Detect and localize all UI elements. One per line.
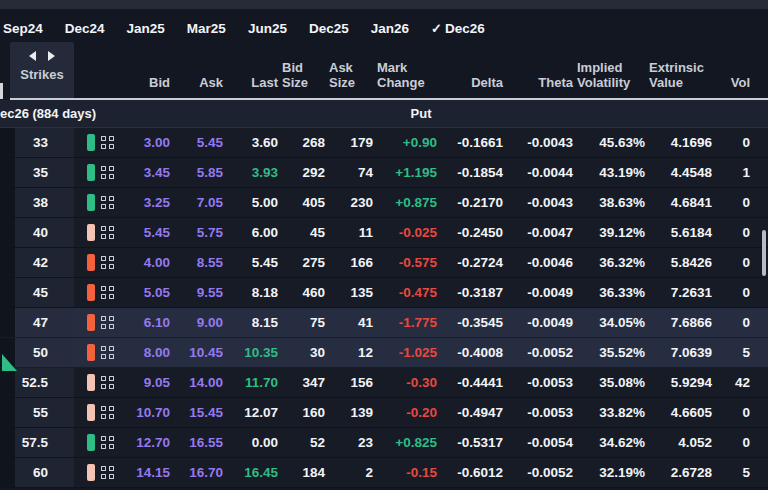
strike-cell[interactable]: 50 <box>15 338 74 367</box>
chevron-right-icon[interactable] <box>48 51 55 61</box>
strike-cell[interactable]: 33 <box>15 128 74 157</box>
bid-cell[interactable]: 8.00 <box>130 338 174 367</box>
ask-size-cell: 2 <box>329 458 377 487</box>
strike-cell[interactable]: 47 <box>15 308 74 337</box>
grid-icon[interactable] <box>101 286 114 299</box>
ask-cell[interactable]: 9.55 <box>174 278 227 307</box>
grid-icon[interactable] <box>101 256 114 269</box>
ask-cell[interactable]: 14.00 <box>174 368 227 397</box>
grid-icon[interactable] <box>101 406 114 419</box>
tab-sep24[interactable]: Sep24 <box>3 21 43 36</box>
grid-icon[interactable] <box>101 136 114 149</box>
tab-dec25[interactable]: Dec25 <box>309 21 349 36</box>
ask-cell[interactable]: 5.45 <box>174 128 227 157</box>
option-row-52.5[interactable]: 52.59.0514.0011.70347156-0.30-0.4441-0.0… <box>0 368 768 398</box>
tab-dec24[interactable]: Dec24 <box>65 21 105 36</box>
grid-icon[interactable] <box>101 376 114 389</box>
bid-cell[interactable]: 3.45 <box>130 158 174 187</box>
column-header-label: Theta <box>538 76 573 91</box>
option-row-40[interactable]: 405.455.756.004511-0.025-0.2450-0.004739… <box>0 218 768 248</box>
bid-cell[interactable]: 9.05 <box>130 368 174 397</box>
strikes-pager <box>29 51 55 61</box>
tab-jan26[interactable]: Jan26 <box>371 21 409 36</box>
vol-cell: 0 <box>716 188 754 217</box>
grid-icon[interactable] <box>101 226 114 239</box>
ask-cell[interactable]: 8.55 <box>174 248 227 277</box>
last-cell[interactable]: 8.15 <box>227 308 282 337</box>
mark-change-cell: -0.20 <box>377 398 441 427</box>
option-row-57.5[interactable]: 57.512.7016.550.005223+0.825-0.5317-0.00… <box>0 428 768 458</box>
option-row-38[interactable]: 383.257.055.00405230+0.875-0.2170-0.0043… <box>0 188 768 218</box>
bid-cell[interactable]: 5.05 <box>130 278 174 307</box>
bid-cell[interactable]: 3.25 <box>130 188 174 217</box>
row-gutter <box>0 368 15 397</box>
tab-jan25[interactable]: Jan25 <box>127 21 165 36</box>
last-cell[interactable]: 5.45 <box>227 248 282 277</box>
last-cell[interactable]: 11.70 <box>227 368 282 397</box>
expiry-section-band[interactable]: ec26 (884 days) Put <box>0 100 768 128</box>
bid-cell[interactable]: 6.10 <box>130 308 174 337</box>
last-cell[interactable]: 5.00 <box>227 188 282 217</box>
extrinsic-value-cell: 7.0639 <box>649 338 716 367</box>
option-row-50[interactable]: 508.0010.4510.353012-1.025-0.4008-0.0052… <box>0 338 768 368</box>
strike-cell[interactable]: 55 <box>15 398 74 427</box>
ask-cell[interactable]: 10.45 <box>174 338 227 367</box>
grid-icon[interactable] <box>101 436 114 449</box>
strike-cell[interactable]: 38 <box>15 188 74 217</box>
strike-cell[interactable]: 40 <box>15 218 74 247</box>
vol-cell: 0 <box>716 398 754 427</box>
strike-cell[interactable]: 45 <box>15 278 74 307</box>
grid-icon[interactable] <box>101 346 114 359</box>
tab-mar25[interactable]: Mar25 <box>187 21 226 36</box>
option-row-47[interactable]: 476.109.008.157541-1.775-0.3545-0.004934… <box>0 308 768 338</box>
last-cell[interactable]: 12.07 <box>227 398 282 427</box>
ask-cell[interactable]: 15.45 <box>174 398 227 427</box>
grid-icon[interactable] <box>101 466 114 479</box>
bid-cell[interactable]: 12.70 <box>130 428 174 457</box>
chevron-left-icon[interactable] <box>29 51 36 61</box>
tab-jun25[interactable]: Jun25 <box>248 21 287 36</box>
last-cell[interactable]: 6.00 <box>227 218 282 247</box>
tab-dec26[interactable]: ✓Dec26 <box>431 21 485 36</box>
bid-cell[interactable]: 3.00 <box>130 128 174 157</box>
bar-indicator-icon <box>87 464 95 481</box>
last-cell[interactable]: 0.00 <box>227 428 282 457</box>
last-cell[interactable]: 16.45 <box>227 458 282 487</box>
option-row-33[interactable]: 333.005.453.60268179+0.90-0.1661-0.00434… <box>0 128 768 158</box>
last-cell[interactable]: 3.60 <box>227 128 282 157</box>
last-cell[interactable]: 3.93 <box>227 158 282 187</box>
grid-icon[interactable] <box>101 166 114 179</box>
option-row-35[interactable]: 353.455.853.9329274+1.195-0.1854-0.00444… <box>0 158 768 188</box>
theta-cell: -0.0043 <box>507 188 577 217</box>
extrinsic-value-cell: 4.1696 <box>649 128 716 157</box>
strike-cell[interactable]: 52.5 <box>15 368 74 397</box>
strike-cell[interactable]: 35 <box>15 158 74 187</box>
last-cell[interactable]: 10.35 <box>227 338 282 367</box>
ask-cell[interactable]: 5.85 <box>174 158 227 187</box>
grid-icon[interactable] <box>101 196 114 209</box>
extrinsic-value-cell: 7.2631 <box>649 278 716 307</box>
bid-cell[interactable]: 4.00 <box>130 248 174 277</box>
option-row-55[interactable]: 5510.7015.4512.07160139-0.20-0.4947-0.00… <box>0 398 768 428</box>
option-row-45[interactable]: 455.059.558.18460135-0.475-0.3187-0.0049… <box>0 278 768 308</box>
option-row-42[interactable]: 424.008.555.45275166-0.575-0.2724-0.0046… <box>0 248 768 278</box>
last-cell[interactable]: 8.18 <box>227 278 282 307</box>
grid-icon[interactable] <box>101 316 114 329</box>
strike-cell[interactable]: 57.5 <box>15 428 74 457</box>
row-icons <box>74 398 130 427</box>
ask-cell[interactable]: 16.70 <box>174 458 227 487</box>
bid-cell[interactable]: 10.70 <box>130 398 174 427</box>
vertical-scrollbar-thumb[interactable] <box>762 230 766 276</box>
bid-cell[interactable]: 5.45 <box>130 218 174 247</box>
ask-cell[interactable]: 16.55 <box>174 428 227 457</box>
ask-cell[interactable]: 5.75 <box>174 218 227 247</box>
option-row-60[interactable]: 6014.1516.7016.451842-0.15-0.6012-0.0052… <box>0 458 768 488</box>
theta-cell: -0.0049 <box>507 308 577 337</box>
ask-cell[interactable]: 7.05 <box>174 188 227 217</box>
strike-cell[interactable]: 42 <box>15 248 74 277</box>
bid-size-cell: 160 <box>282 398 329 427</box>
bid-cell[interactable]: 14.15 <box>130 458 174 487</box>
delta-cell: -0.5317 <box>441 428 507 457</box>
ask-cell[interactable]: 9.00 <box>174 308 227 337</box>
strike-cell[interactable]: 60 <box>15 458 74 487</box>
